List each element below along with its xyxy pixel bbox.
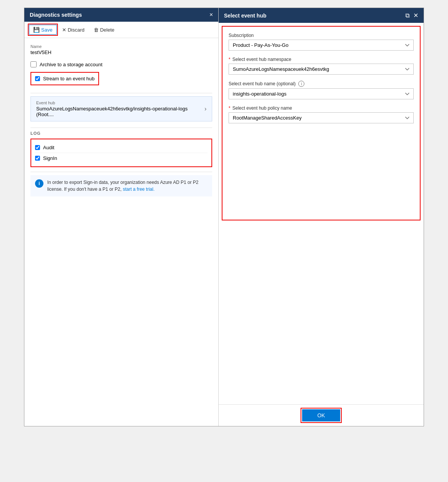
right-panel-footer: OK: [219, 404, 424, 426]
event-hub-value: SumoAzureLogsNamespaceuek42h6esvtkg/insi…: [36, 106, 205, 117]
namespace-group: * Select event hub namespace SumoAzureLo…: [229, 57, 414, 75]
event-hub-info: Event hub SumoAzureLogsNamespaceuek42h6e…: [36, 101, 205, 117]
save-label: Save: [41, 27, 53, 33]
diagnostics-settings-panel: Diagnostics settings × 💾 Save ✕ Discard …: [24, 8, 219, 426]
info-icon: i: [35, 179, 43, 188]
info-text: In order to export Sign-in data, your or…: [47, 179, 208, 193]
log-checkboxes-section: Audit SignIn: [30, 139, 212, 167]
subscription-select[interactable]: Product - Pay-As-You-Go: [229, 40, 414, 51]
right-panel-spacer: [219, 223, 424, 404]
chevron-right-icon: ›: [205, 105, 206, 112]
delete-button[interactable]: 🗑 Delete: [90, 26, 118, 34]
ok-button[interactable]: OK: [302, 409, 340, 421]
right-panel-close-button[interactable]: ✕: [413, 12, 418, 19]
right-header-controls: ⧉ ✕: [405, 12, 418, 19]
name-field-value: testV5EH: [30, 49, 212, 55]
hub-name-label: Select event hub name (optional) i: [229, 81, 414, 87]
signin-checkbox[interactable]: [35, 156, 40, 161]
maximize-button[interactable]: ⧉: [405, 12, 410, 19]
discard-label: Discard: [68, 27, 85, 33]
toolbar: 💾 Save ✕ Discard 🗑 Delete: [24, 22, 218, 38]
delete-label: Delete: [100, 27, 115, 33]
right-panel-content: Subscription Product - Pay-As-You-Go * S…: [222, 26, 421, 220]
namespace-required-star: *: [229, 57, 230, 62]
audit-label: Audit: [43, 145, 54, 150]
stream-checkbox[interactable]: [35, 76, 40, 81]
hub-name-info-icon: i: [298, 81, 304, 87]
right-panel-header: Select event hub ⧉ ✕: [219, 8, 424, 23]
left-panel-close-button[interactable]: ×: [210, 12, 213, 18]
archive-checkbox-row: Archive to a storage account: [30, 61, 212, 67]
namespace-select[interactable]: SumoAzureLogsNamespaceuek42h6esvtkg: [229, 64, 414, 75]
info-box: i In order to export Sign-in data, your …: [30, 175, 212, 196]
signin-log-row: SignIn: [35, 153, 208, 163]
log-section-title: LOG: [30, 131, 212, 136]
divider-3: [30, 172, 212, 172]
archive-label: Archive to a storage account: [40, 62, 102, 67]
save-button[interactable]: 💾 Save: [29, 25, 57, 35]
archive-checkbox[interactable]: [30, 61, 37, 67]
policy-select[interactable]: RootManageSharedAccessKey: [229, 112, 414, 123]
hub-name-group: Select event hub name (optional) i insig…: [229, 81, 414, 99]
signin-label: SignIn: [43, 155, 57, 161]
event-hub-section-label: Event hub: [36, 101, 205, 105]
discard-icon: ✕: [62, 27, 66, 33]
stream-label: Stream to an event hub: [43, 76, 94, 81]
namespace-label: * Select event hub namespace: [229, 57, 414, 62]
event-hub-row[interactable]: Event hub SumoAzureLogsNamespaceuek42h6e…: [30, 96, 212, 121]
divider-1: [30, 93, 212, 93]
divider-2: [30, 128, 212, 128]
name-field-label: Name: [30, 44, 212, 49]
policy-required-star: *: [229, 105, 230, 111]
subscription-label: Subscription: [229, 33, 414, 38]
policy-group: * Select event hub policy name RootManag…: [229, 105, 414, 123]
left-panel-title: Diagnostics settings: [30, 12, 82, 18]
left-panel-content: Name testV5EH Archive to a storage accou…: [24, 38, 218, 426]
select-event-hub-panel: Select event hub ⧉ ✕ Subscription Produc…: [219, 8, 424, 426]
subscription-group: Subscription Product - Pay-As-You-Go: [229, 33, 414, 51]
hub-name-select[interactable]: insights-operational-logs: [229, 88, 414, 99]
audit-checkbox[interactable]: [35, 145, 40, 150]
stream-section: Stream to an event hub: [30, 72, 99, 85]
save-icon: 💾: [33, 27, 40, 33]
policy-label: * Select event hub policy name: [229, 105, 414, 111]
audit-log-row: Audit: [35, 142, 208, 153]
discard-button[interactable]: ✕ Discard: [58, 26, 88, 34]
delete-icon: 🗑: [94, 27, 99, 33]
right-panel-title: Select event hub: [224, 13, 266, 19]
free-trial-link[interactable]: start a free trial.: [123, 187, 154, 192]
left-panel-header: Diagnostics settings ×: [24, 8, 218, 22]
